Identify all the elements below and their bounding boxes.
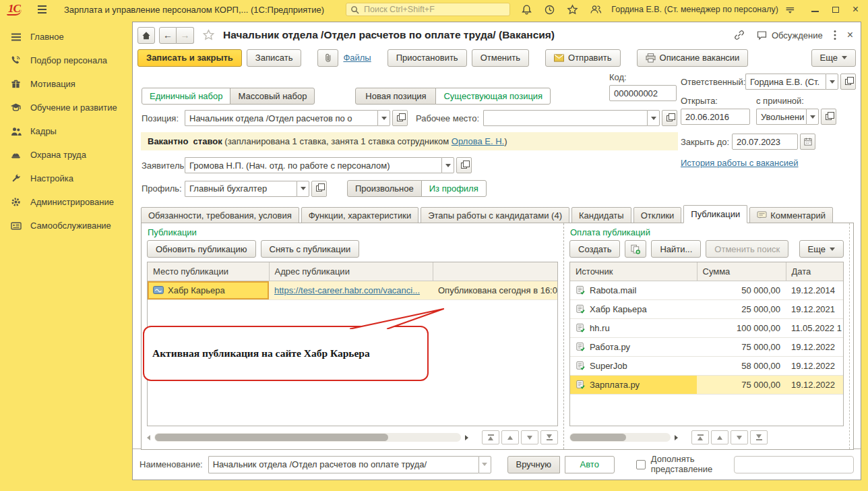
- reason-dropdown-button[interactable]: [806, 109, 819, 125]
- vacancy-description-button[interactable]: Описание вакансии: [637, 49, 749, 67]
- save-button[interactable]: Записать: [247, 49, 302, 67]
- get-link-icon[interactable]: [733, 30, 745, 40]
- tab-responses[interactable]: Отклики: [633, 207, 682, 223]
- go-last-button[interactable]: [540, 430, 558, 444]
- tab-duties[interactable]: Обязанности, требования, условия: [141, 207, 299, 223]
- minimize-icon[interactable]: [811, 7, 819, 12]
- discussion-button[interactable]: Обсуждение: [756, 30, 823, 40]
- name-dropdown-button[interactable]: [478, 456, 491, 473]
- cancel-search-button[interactable]: Отменить поиск: [706, 240, 788, 258]
- workplace-dropdown-button[interactable]: [647, 110, 660, 126]
- column-header-source[interactable]: Источник: [570, 262, 697, 281]
- custom-mode-toggle[interactable]: Произвольное: [347, 180, 422, 197]
- sidebar-item-hr[interactable]: Кадры: [0, 119, 128, 143]
- code-field[interactable]: 000000002: [609, 85, 677, 101]
- column-header-url[interactable]: Адрес публикации: [269, 262, 433, 281]
- profile-dropdown-button[interactable]: [297, 181, 309, 197]
- files-link[interactable]: Файлы: [343, 53, 371, 63]
- go-up-button[interactable]: [711, 430, 728, 444]
- unpublish-button[interactable]: Снять с публикации: [261, 240, 360, 258]
- sidebar-item-main[interactable]: Главное: [0, 25, 128, 49]
- tab-comment[interactable]: Комментарий: [749, 207, 833, 223]
- payments-hscrollbar[interactable]: [569, 430, 844, 444]
- form-close-icon[interactable]: ×: [847, 31, 853, 39]
- save-and-close-button[interactable]: Записать и закрыть: [137, 49, 242, 67]
- suspend-button[interactable]: Приостановить: [388, 49, 467, 67]
- workplace-field[interactable]: [483, 110, 647, 126]
- sidebar-item-settings[interactable]: Настройка: [0, 167, 128, 190]
- home-button[interactable]: [137, 27, 155, 44]
- sidebar-item-labor-safety[interactable]: Охрана труда: [0, 143, 128, 167]
- copy-button[interactable]: [625, 240, 646, 258]
- go-first-button[interactable]: [482, 430, 499, 444]
- position-field[interactable]: Начальник отдела /Отдел расчетов по о: [185, 110, 377, 126]
- scroll-right-icon[interactable]: [675, 435, 678, 440]
- go-down-button[interactable]: [521, 430, 538, 444]
- notifications-bell-icon[interactable]: [521, 4, 532, 16]
- name-field[interactable]: Начальник отдела /Отдел расчетов по опла…: [208, 456, 478, 473]
- scrollbar-thumb[interactable]: [155, 434, 388, 441]
- forward-button[interactable]: →: [177, 27, 194, 44]
- payment-row[interactable]: SuperJob 58 000,00 19.12.2022: [570, 356, 843, 375]
- sidebar-item-training[interactable]: Обучение и развитие: [0, 96, 128, 119]
- search-input[interactable]: [363, 4, 505, 15]
- close-by-date-field[interactable]: 20.07.2023: [732, 134, 798, 150]
- existing-position-toggle[interactable]: Существующая позиция: [435, 88, 551, 105]
- new-position-toggle[interactable]: Новая позиция: [355, 88, 436, 105]
- sidebar-item-self-service[interactable]: Самообслуживание: [0, 214, 128, 237]
- favorite-star-icon[interactable]: [202, 29, 215, 41]
- column-header-blank[interactable]: [433, 262, 557, 281]
- sidebar-item-administration[interactable]: Администрирование: [0, 190, 128, 214]
- tab-stages[interactable]: Этапы работы с кандидатами (4): [421, 207, 569, 223]
- opened-date-field[interactable]: 20.06.2016: [681, 109, 750, 125]
- go-down-button[interactable]: [731, 430, 748, 444]
- calendar-button[interactable]: [800, 134, 815, 150]
- vacancy-history-link[interactable]: История работы с вакансией: [681, 158, 799, 168]
- back-button[interactable]: ←: [159, 27, 177, 44]
- profile-field[interactable]: Главный бухгалтер: [185, 181, 297, 197]
- publication-row[interactable]: Хабр Карьера https://test-career.habr.co…: [148, 281, 557, 299]
- column-header-place[interactable]: Место публикации: [148, 262, 269, 281]
- column-header-date[interactable]: Дата: [786, 262, 843, 281]
- manual-mode-toggle[interactable]: Вручную: [507, 456, 560, 473]
- applicant-field[interactable]: Громова Н.П. (Нач. отд. по работе с перс…: [185, 157, 441, 173]
- payment-row[interactable]: Хабр Карьера 25 000,00 19.12.2021: [570, 299, 843, 318]
- app-close-icon[interactable]: ×: [852, 5, 859, 13]
- more-menu-icon[interactable]: [834, 30, 836, 40]
- responsible-choose-button[interactable]: [840, 74, 856, 90]
- find-button[interactable]: Найти...: [651, 240, 701, 258]
- from-profile-toggle[interactable]: Из профиля: [421, 180, 487, 197]
- scroll-left-icon[interactable]: [147, 435, 150, 440]
- payment-row[interactable]: Работа.ру 75 000,00 19.12.2022: [570, 337, 843, 356]
- users-icon[interactable]: [590, 4, 602, 15]
- go-first-button[interactable]: [691, 430, 709, 444]
- sidebar-item-motivation[interactable]: Мотивация: [0, 72, 128, 96]
- publication-url-link[interactable]: https://test-career.habr.com/vacanci...: [274, 285, 420, 295]
- responsible-field[interactable]: Гордина Е.В. (Ст.: [745, 74, 826, 90]
- send-button[interactable]: Отправить: [545, 49, 620, 67]
- history-icon[interactable]: [544, 4, 555, 16]
- employee-link[interactable]: Орлова Е. Н.: [452, 136, 504, 146]
- scrollbar-thumb[interactable]: [570, 434, 626, 441]
- go-last-button[interactable]: [750, 430, 768, 444]
- workplace-choose-button[interactable]: [662, 110, 677, 126]
- profile-choose-button[interactable]: [311, 181, 327, 197]
- cancel-button[interactable]: Отменить: [472, 49, 529, 67]
- payment-row-selected[interactable]: Зарплата.ру 75 000,00 19.12.2022: [570, 375, 843, 394]
- applicant-dropdown-button[interactable]: [441, 157, 454, 173]
- position-dropdown-button[interactable]: [377, 110, 390, 126]
- column-header-amount[interactable]: Сумма: [697, 262, 786, 281]
- mass-set-toggle[interactable]: Массовый набор: [230, 88, 315, 105]
- single-set-toggle[interactable]: Единичный набор: [142, 88, 230, 105]
- applicant-choose-button[interactable]: [456, 157, 472, 173]
- scroll-right-icon[interactable]: [465, 435, 468, 440]
- auto-mode-toggle[interactable]: Авто: [565, 456, 615, 473]
- create-button[interactable]: Создать: [569, 240, 620, 258]
- toolbar-settings-icon[interactable]: [785, 5, 795, 15]
- position-choose-button[interactable]: [392, 110, 408, 126]
- attachments-button[interactable]: [317, 49, 338, 67]
- publications-hscrollbar[interactable]: [147, 430, 558, 444]
- payment-row[interactable]: Rabota.mail 50 000,00 19.12.2014: [570, 281, 843, 299]
- payments-more-button[interactable]: Еще: [799, 240, 844, 258]
- extra-name-field[interactable]: [734, 456, 854, 473]
